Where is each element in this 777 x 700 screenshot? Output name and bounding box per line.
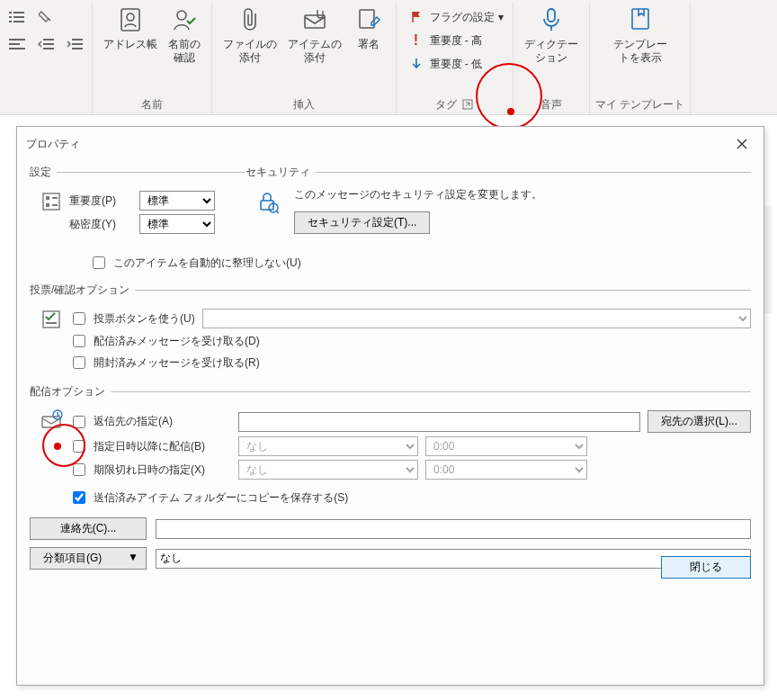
delivery-icon <box>39 408 64 434</box>
indent-decrease-icon[interactable] <box>34 34 58 54</box>
svg-point-17 <box>177 11 186 20</box>
contacts-button[interactable]: 連絡先(C)... <box>30 517 147 540</box>
voting-options-select[interactable] <box>202 309 751 328</box>
signature-button[interactable]: 署名 <box>347 2 390 55</box>
expire-time-select[interactable]: 0:00 <box>425 460 587 480</box>
svg-rect-15 <box>121 9 139 31</box>
svg-rect-22 <box>632 9 648 29</box>
reply-to-label: 返信先の指定(A) <box>94 414 173 429</box>
reply-to-input[interactable] <box>238 412 640 432</box>
svg-rect-31 <box>46 322 57 324</box>
svg-rect-25 <box>46 203 49 207</box>
security-desc: このメッセージのセキュリティ設定を変更します。 <box>294 187 542 202</box>
delay-delivery-label: 指定日時以降に配信(B) <box>94 439 205 454</box>
expire-label: 期限切れ日時の指定(X) <box>94 462 205 478</box>
properties-dialog: プロパティ 設定 重要度(P) 標準 <box>16 126 764 686</box>
exclamation-icon: ! <box>406 31 426 50</box>
format-painter-icon[interactable] <box>34 7 58 27</box>
delivery-legend: 配信オプション <box>30 384 111 399</box>
attach-item-button[interactable]: アイテムの 添付 <box>282 2 347 68</box>
settings-legend: 設定 <box>30 165 57 180</box>
svg-rect-13 <box>72 43 83 45</box>
reply-to-checkbox[interactable] <box>73 416 85 428</box>
high-importance-button[interactable]: ! 重要度 - 高 <box>406 31 504 50</box>
arrow-down-icon <box>406 54 426 74</box>
svg-rect-30 <box>43 311 59 328</box>
importance-select[interactable]: 標準 <box>139 191 215 211</box>
settings-icon <box>39 189 64 214</box>
svg-rect-9 <box>43 39 54 40</box>
dialog-title: プロパティ <box>26 137 80 152</box>
svg-rect-8 <box>9 48 25 49</box>
svg-rect-11 <box>43 48 54 49</box>
voting-icon <box>39 307 64 332</box>
expire-date-select[interactable]: なし <box>238 460 418 480</box>
microphone-icon <box>537 5 566 34</box>
paperclip-icon <box>236 5 264 34</box>
attach-file-button[interactable]: ファイルの 添付 <box>218 2 282 68</box>
read-receipt-checkbox[interactable] <box>73 356 85 369</box>
close-icon[interactable] <box>729 134 755 154</box>
sensitivity-select[interactable]: 標準 <box>139 214 215 234</box>
svg-rect-0 <box>9 12 12 13</box>
delivery-receipt-label: 配信済みメッセージを受け取る(D) <box>94 334 260 349</box>
no-autoarchive-checkbox[interactable] <box>93 256 105 269</box>
group-label-names: 名前 <box>141 95 163 112</box>
svg-rect-21 <box>548 9 555 22</box>
voting-legend: 投票/確認オプション <box>30 283 135 298</box>
read-receipt-label: 開封済みメッセージを受け取る(R) <box>94 355 260 371</box>
chevron-down-icon: ▾ <box>498 11 504 23</box>
low-importance-button[interactable]: 重要度 - 低 <box>406 54 504 74</box>
delay-delivery-checkbox[interactable] <box>73 440 85 453</box>
svg-rect-28 <box>261 201 273 210</box>
svg-point-16 <box>127 13 134 21</box>
svg-rect-1 <box>13 12 24 13</box>
group-label-insert: 挿入 <box>293 95 315 112</box>
check-names-icon <box>170 5 199 34</box>
address-book-icon <box>116 5 145 34</box>
svg-rect-32 <box>42 417 60 427</box>
security-icon <box>255 189 280 214</box>
indent-increase-icon[interactable] <box>63 34 86 54</box>
sensitivity-label: 秘密度(Y) <box>69 217 132 232</box>
dictate-button[interactable]: ディクテー ション <box>519 2 584 68</box>
address-book-button[interactable]: アドレス帳 <box>98 2 163 55</box>
svg-rect-12 <box>72 39 83 40</box>
group-label-templates: マイ テンプレート <box>595 95 684 112</box>
svg-rect-23 <box>43 193 59 210</box>
importance-label: 重要度(P) <box>69 193 132 209</box>
attach-item-icon <box>300 5 329 34</box>
svg-rect-2 <box>9 16 12 18</box>
use-voting-checkbox[interactable] <box>73 312 85 325</box>
list-format-icon[interactable] <box>5 7 29 27</box>
select-recipients-button[interactable]: 宛先の選択(L)... <box>648 410 751 433</box>
svg-rect-14 <box>72 48 83 49</box>
save-sent-label: 送信済みアイテム フォルダーにコピーを保存する(S) <box>94 490 348 506</box>
svg-rect-7 <box>9 43 20 45</box>
svg-rect-3 <box>13 16 24 18</box>
svg-rect-24 <box>46 196 49 200</box>
group-label-voice: 音声 <box>540 95 562 112</box>
security-settings-button[interactable]: セキュリティ設定(T)... <box>294 211 430 234</box>
svg-rect-26 <box>52 197 58 199</box>
svg-rect-27 <box>52 204 58 206</box>
delay-time-select[interactable]: 0:00 <box>425 436 587 456</box>
group-label-tags: タグ <box>435 97 457 112</box>
show-templates-button[interactable]: テンプレー トを表示 <box>608 2 673 68</box>
align-icon[interactable] <box>5 34 29 54</box>
delivery-receipt-checkbox[interactable] <box>73 335 85 347</box>
chevron-down-icon: ▼ <box>128 551 138 563</box>
contacts-input[interactable] <box>156 519 751 539</box>
no-autoarchive-label: このアイテムを自動的に整理しない(U) <box>113 256 301 271</box>
signature-icon <box>354 5 383 34</box>
close-button[interactable]: 閉じる <box>661 556 751 579</box>
tags-dialog-launcher[interactable] <box>462 99 475 112</box>
check-names-button[interactable]: 名前の 確認 <box>163 2 206 68</box>
svg-rect-4 <box>9 21 12 22</box>
delay-date-select[interactable]: なし <box>238 436 418 456</box>
categories-button[interactable]: 分類項目(G) ▼ <box>30 547 147 570</box>
expire-checkbox[interactable] <box>73 463 85 476</box>
svg-rect-5 <box>13 21 24 22</box>
save-sent-checkbox[interactable] <box>73 491 85 504</box>
follow-up-flag-button[interactable]: フラグの設定 ▾ <box>406 7 504 27</box>
